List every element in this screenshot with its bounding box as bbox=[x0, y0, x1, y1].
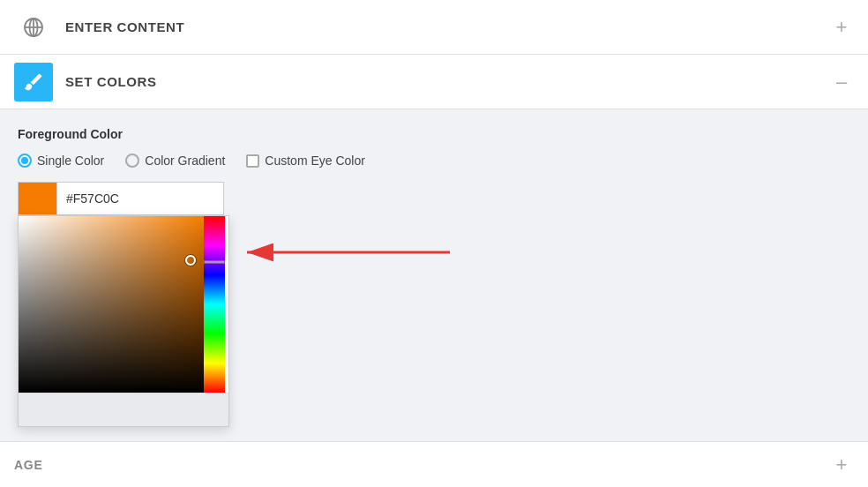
saturation-dark bbox=[19, 216, 204, 393]
color-input-row bbox=[18, 182, 850, 215]
enter-content-title: ENTER CONTENT bbox=[65, 19, 829, 34]
enter-content-expand[interactable]: + bbox=[829, 15, 854, 40]
custom-eye-color-label: Custom Eye Color bbox=[265, 154, 365, 168]
hue-cursor bbox=[204, 260, 225, 264]
globe-icon bbox=[14, 8, 53, 47]
color-gradient-option[interactable]: Color Gradient bbox=[125, 154, 225, 168]
color-option-group: Single Color Color Gradient Custom Eye C… bbox=[18, 154, 850, 168]
color-swatch[interactable] bbox=[18, 182, 56, 215]
picker-bottom bbox=[19, 393, 228, 426]
color-picker-panel bbox=[18, 215, 229, 427]
foreground-label: Foreground Color bbox=[18, 127, 850, 141]
color-gradient-radio[interactable] bbox=[125, 154, 139, 168]
brush-icon bbox=[14, 63, 53, 101]
single-color-label: Single Color bbox=[37, 154, 104, 168]
bottom-label: AGE bbox=[14, 458, 829, 472]
color-picker-container bbox=[18, 182, 850, 427]
arrow-annotation bbox=[229, 235, 459, 288]
custom-eye-color-checkbox[interactable] bbox=[246, 154, 259, 168]
set-colors-collapse[interactable]: – bbox=[829, 70, 854, 94]
custom-eye-color-option[interactable]: Custom Eye Color bbox=[246, 154, 365, 168]
set-colors-section: SET COLORS – bbox=[0, 55, 868, 109]
picker-inner bbox=[19, 216, 225, 393]
single-color-option[interactable]: Single Color bbox=[18, 154, 104, 168]
bottom-expand[interactable]: + bbox=[829, 453, 854, 477]
color-gradient-label: Color Gradient bbox=[145, 154, 225, 168]
color-hex-input[interactable] bbox=[56, 182, 224, 215]
set-colors-title: SET COLORS bbox=[65, 74, 829, 89]
saturation-area[interactable] bbox=[19, 216, 204, 393]
content-area: Foreground Color Single Color Color Grad… bbox=[0, 109, 868, 487]
bottom-row: AGE + bbox=[0, 441, 868, 487]
main-panel: ENTER CONTENT + SET COLORS – Foreground … bbox=[0, 0, 868, 487]
hue-strip[interactable] bbox=[204, 216, 225, 393]
enter-content-section: ENTER CONTENT + bbox=[0, 0, 868, 55]
single-color-radio[interactable] bbox=[18, 154, 32, 168]
